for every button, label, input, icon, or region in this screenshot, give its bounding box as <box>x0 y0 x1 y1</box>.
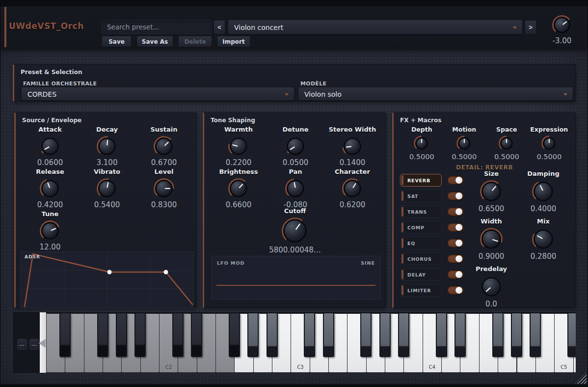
knob-space-control[interactable] <box>498 135 515 152</box>
knob-predelay-control[interactable] <box>479 275 504 299</box>
black-key-fs1[interactable] <box>97 313 108 357</box>
knob-release: Release0.4200 <box>22 168 79 209</box>
knob-depth-control[interactable] <box>413 135 430 152</box>
black-key-as2[interactable] <box>267 313 278 357</box>
black-key-gs3[interactable] <box>379 313 391 357</box>
adsr-handle[interactable] <box>164 270 168 275</box>
knob-label: Pan <box>289 168 302 177</box>
source-envelope-panel: Source / Envelope Attack0.0600Decay3.100… <box>14 112 197 308</box>
black-key-cs2[interactable] <box>172 313 184 357</box>
knob-pan-control[interactable] <box>284 177 307 200</box>
black-key-cs5[interactable] <box>567 313 576 357</box>
knob-level-control[interactable] <box>153 177 175 200</box>
black-key-as4[interactable] <box>530 313 541 357</box>
fx-button-delay[interactable]: DELAY <box>400 268 442 281</box>
knob-attack-control[interactable] <box>39 135 61 158</box>
black-key-gs2[interactable] <box>247 313 259 357</box>
knob-release-control[interactable] <box>39 177 61 200</box>
import-button[interactable]: Import <box>217 36 250 47</box>
toggle-limiter[interactable] <box>447 286 464 295</box>
black-key-cs4[interactable] <box>436 313 447 357</box>
knob-cutoff-control[interactable] <box>281 217 309 245</box>
modele-value: Violon solo <box>304 90 342 98</box>
black-key-ds3[interactable] <box>323 313 334 357</box>
knob-warmth-control[interactable] <box>227 135 250 158</box>
save-button[interactable]: Save <box>102 36 132 47</box>
knob-value: 0.8300 <box>151 200 177 209</box>
toggle-eq[interactable] <box>447 239 464 248</box>
adsr-envelope-display[interactable]: ADSR <box>21 251 193 308</box>
black-key-ds1[interactable] <box>59 313 71 357</box>
knob-value: 3.100 <box>97 158 118 167</box>
toggle-reverb[interactable] <box>447 176 464 185</box>
resize-grip-icon[interactable] <box>574 372 587 385</box>
fx-unit-row: DELAY <box>400 268 464 281</box>
knob-attack: Attack0.0600 <box>22 126 79 167</box>
keyboard-option-button-1[interactable]: ... <box>17 339 27 350</box>
knob-size-control[interactable] <box>479 179 504 204</box>
adsr-handle[interactable] <box>107 270 112 275</box>
knob-stereo-width-control[interactable] <box>341 135 364 158</box>
knob-expression-control[interactable] <box>540 135 558 152</box>
knob-master-control[interactable] <box>551 14 573 36</box>
black-key-gs1[interactable] <box>116 313 127 357</box>
modele-select[interactable]: Violon solo <box>298 87 573 101</box>
knob-width-control[interactable] <box>479 227 504 251</box>
scroll-left-arrow-icon[interactable] <box>39 339 46 348</box>
black-key-cs3[interactable] <box>304 313 315 357</box>
fx-button-comp[interactable]: COMP <box>400 221 442 234</box>
knob-tune-control[interactable] <box>39 220 61 242</box>
knob-label: Sustain <box>150 126 177 135</box>
fx-button-trans[interactable]: TRANS <box>400 205 442 218</box>
delete-button[interactable]: Delete <box>178 36 212 47</box>
toggle-comp[interactable] <box>447 223 464 232</box>
fx-button-sat[interactable]: SAT <box>400 190 442 202</box>
black-key-fs2[interactable] <box>229 313 240 357</box>
preset-selector[interactable]: Violon concert <box>228 20 523 34</box>
knob-decay-control[interactable] <box>96 135 118 158</box>
fx-unit-list: REVERBSATTRANSCOMPEQCHORUSDELAYLIMITER <box>400 174 464 297</box>
knob-brightness: Brightness0.6600 <box>210 168 267 209</box>
black-key-ds2[interactable] <box>191 313 202 357</box>
knob-mix-control[interactable] <box>531 227 556 251</box>
search-preset-input[interactable] <box>102 20 212 34</box>
fx-unit-row: SAT <box>400 190 464 202</box>
toggle-chorus[interactable] <box>447 254 464 263</box>
knob-motion-control[interactable] <box>455 135 473 152</box>
black-key-as3[interactable] <box>398 313 409 357</box>
knob-vibrato-control[interactable] <box>96 177 118 200</box>
black-key-ds4[interactable] <box>454 313 466 357</box>
knob-label: Depth <box>411 126 432 135</box>
fx-button-reverb[interactable]: REVERB <box>400 174 442 187</box>
knob-mix: Mix0.2800 <box>517 218 569 261</box>
knob-sustain-control[interactable] <box>153 135 175 158</box>
fx-unit-row: LIMITER <box>400 284 464 297</box>
save-as-button[interactable]: Save As <box>136 36 173 47</box>
knob-brightness-control[interactable] <box>227 177 250 200</box>
fx-button-limiter[interactable]: LIMITER <box>400 284 442 297</box>
knob-detune-control[interactable] <box>284 135 307 158</box>
knob-warmth: Warmth0.2200 <box>210 126 267 167</box>
knob-value: 0.2800 <box>531 252 557 261</box>
knob-character-control[interactable] <box>341 177 364 200</box>
keyboard-option-button-2[interactable]: ... <box>29 339 39 350</box>
black-key-gs4[interactable] <box>511 313 522 357</box>
fx-button-chorus[interactable]: CHORUS <box>400 252 442 265</box>
famille-orchestrale-select[interactable]: CORDES <box>21 87 294 101</box>
toggle-delay[interactable] <box>447 270 464 279</box>
toggle-trans[interactable] <box>447 207 464 216</box>
previous-preset-button[interactable]: < <box>214 21 225 34</box>
knob-cutoff: Cutoff5800.00048… <box>269 207 321 254</box>
toggle-sat[interactable] <box>447 192 464 200</box>
knob-value: 0.9000 <box>479 252 505 261</box>
black-key-as1[interactable] <box>134 313 146 357</box>
black-key-fs4[interactable] <box>492 313 504 357</box>
knob-pan: Pan-0.080 <box>267 168 324 209</box>
chevron-down-icon <box>285 93 289 96</box>
fx-button-eq[interactable]: EQ <box>400 237 442 249</box>
black-key-fs3[interactable] <box>360 313 372 357</box>
next-preset-button[interactable]: > <box>525 21 536 34</box>
knob-vibrato: Vibrato0.5400 <box>79 168 135 209</box>
knob-decay: Decay3.100 <box>79 126 135 167</box>
knob-damping-control[interactable] <box>531 179 556 204</box>
